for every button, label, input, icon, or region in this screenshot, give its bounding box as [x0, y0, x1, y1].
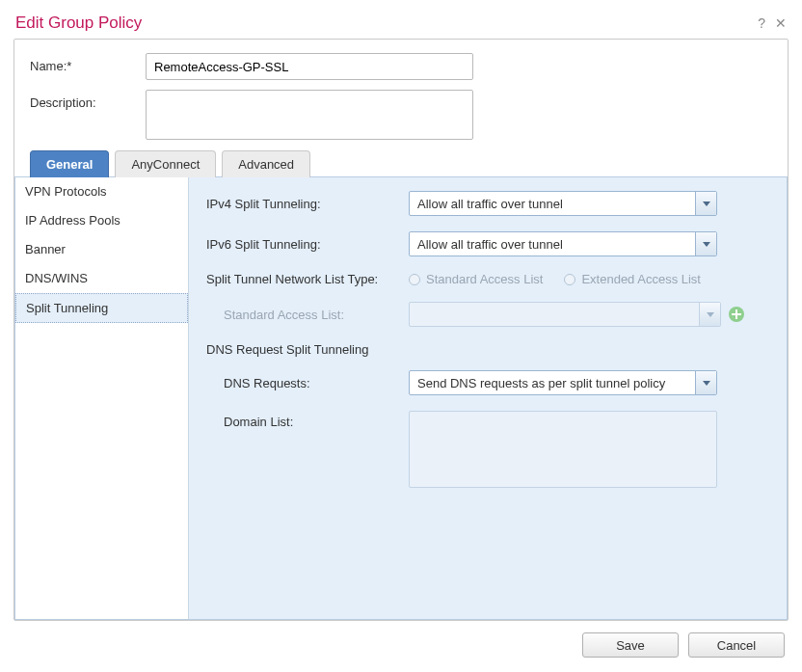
dns-requests-label: DNS Requests: — [206, 376, 409, 390]
help-icon[interactable]: ? — [758, 16, 765, 30]
dns-requests-select[interactable]: Send DNS requests as per split tunnel po… — [409, 370, 717, 395]
side-nav: VPN Protocols IP Address Pools Banner DN… — [15, 177, 189, 619]
dns-section-header: DNS Request Split Tunneling — [206, 342, 769, 357]
sidenav-dns-wins[interactable]: DNS/WINS — [15, 264, 188, 293]
domain-list-label: Domain List: — [206, 411, 409, 429]
radio-extended-label: Extended Access List — [581, 272, 701, 286]
close-icon[interactable]: ✕ — [775, 16, 787, 30]
chevron-down-icon[interactable] — [695, 232, 716, 255]
standard-access-list-select — [409, 302, 721, 327]
tab-general[interactable]: General — [30, 150, 109, 177]
radio-icon — [564, 274, 575, 285]
ipv4-split-value: Allow all traffic over tunnel — [410, 197, 695, 211]
ipv6-split-select[interactable]: Allow all traffic over tunnel — [409, 231, 717, 256]
radio-icon — [409, 274, 420, 285]
radio-standard-access-list: Standard Access List — [409, 272, 543, 286]
radio-standard-label: Standard Access List — [426, 272, 543, 286]
ipv6-split-value: Allow all traffic over tunnel — [410, 237, 695, 252]
tab-advanced[interactable]: Advanced — [222, 150, 310, 177]
ipv4-split-label: IPv4 Split Tunneling: — [206, 197, 409, 211]
description-label: Description: — [30, 90, 146, 110]
name-input[interactable] — [146, 53, 473, 80]
domain-list-box — [409, 411, 717, 488]
chevron-down-icon[interactable] — [695, 192, 716, 215]
dns-requests-value: Send DNS requests as per split tunnel po… — [410, 376, 695, 390]
list-type-label: Split Tunnel Network List Type: — [206, 272, 409, 286]
save-button[interactable]: Save — [582, 632, 679, 658]
sidenav-ip-pools[interactable]: IP Address Pools — [15, 206, 188, 235]
standard-access-list-label: Standard Access List: — [206, 308, 409, 322]
chevron-down-icon[interactable] — [695, 371, 716, 394]
sidenav-banner[interactable]: Banner — [15, 235, 188, 264]
dialog-title: Edit Group Policy — [15, 13, 142, 33]
ipv4-split-select[interactable]: Allow all traffic over tunnel — [409, 191, 717, 216]
description-input[interactable] — [146, 90, 473, 140]
cancel-button[interactable]: Cancel — [688, 632, 785, 658]
ipv6-split-label: IPv6 Split Tunneling: — [206, 237, 409, 252]
tab-anyconnect[interactable]: AnyConnect — [115, 150, 216, 177]
radio-extended-access-list: Extended Access List — [564, 272, 701, 286]
chevron-down-icon — [699, 303, 720, 326]
sidenav-vpn-protocols[interactable]: VPN Protocols — [15, 177, 188, 206]
sidenav-split-tunneling[interactable]: Split Tunneling — [15, 293, 188, 323]
add-icon[interactable] — [729, 307, 744, 322]
name-label: Name:* — [30, 53, 146, 73]
